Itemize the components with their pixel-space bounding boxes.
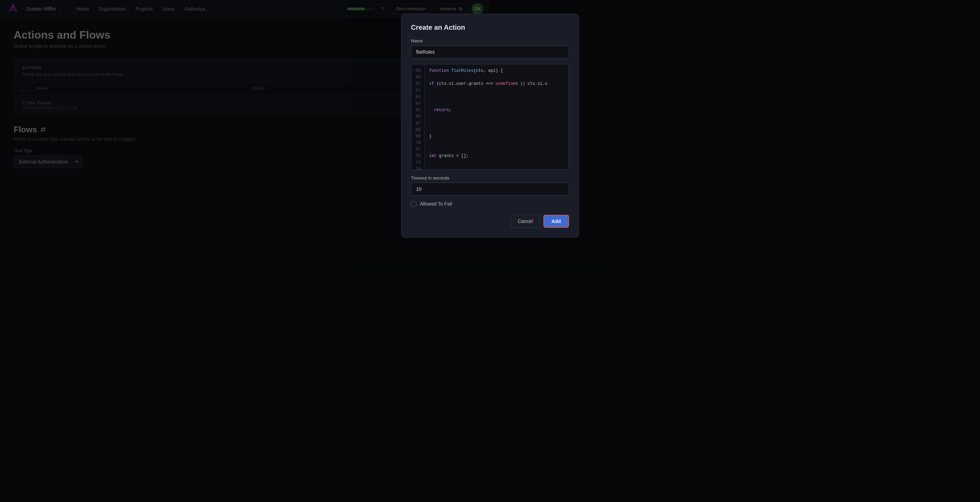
modal-overlay: Create an Action Name 59 60 61 62 63 64 …: [0, 0, 490, 251]
allowed-to-fail-label: Allowed To Fail: [420, 201, 452, 207]
modal-title: Create an Action: [411, 24, 490, 32]
timeout-label: Timeout in seconds: [411, 175, 490, 181]
name-label: Name: [411, 38, 490, 43]
timeout-input[interactable]: [411, 183, 490, 195]
line-numbers: 59 60 61 62 63 64 65 66 67 68 69 70 71 7…: [411, 64, 425, 170]
create-action-modal: Create an Action Name 59 60 61 62 63 64 …: [401, 14, 490, 238]
name-input[interactable]: [411, 46, 490, 59]
code-area: function flatRoles(ctx, api) { if (ctx.v…: [425, 64, 490, 170]
code-content: 59 60 61 62 63 64 65 66 67 68 69 70 71 7…: [411, 64, 490, 170]
allowed-to-fail-row: Allowed To Fail: [411, 201, 490, 207]
code-editor[interactable]: 59 60 61 62 63 64 65 66 67 68 69 70 71 7…: [411, 64, 490, 170]
allowed-to-fail-checkbox[interactable]: [411, 201, 417, 207]
modal-footer: Cancel Add: [411, 215, 490, 228]
